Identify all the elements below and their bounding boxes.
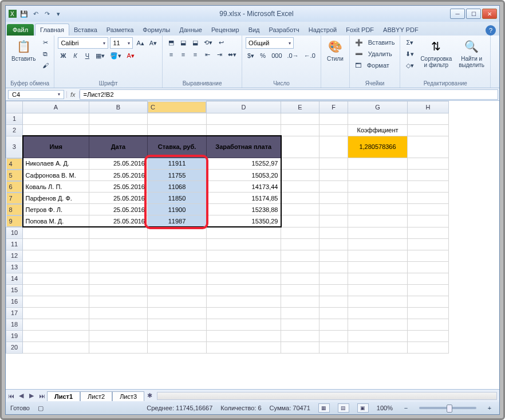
align-right-button[interactable]: ≡ [190,49,200,60]
cell[interactable] [408,136,449,158]
cell[interactable] [319,158,348,170]
tab-insert[interactable]: Вставка [69,24,102,36]
cell[interactable] [281,136,319,158]
increase-decimal-button[interactable]: .0→ [286,50,301,61]
cell[interactable] [89,227,148,238]
cell[interactable] [148,250,207,261]
cell[interactable] [348,307,408,319]
cell[interactable] [348,296,408,307]
cell[interactable] [348,170,408,181]
cell[interactable] [148,113,207,124]
tab-nav-next[interactable]: ▶ [26,392,37,399]
row-header-14[interactable]: 14 [6,273,23,284]
row-header-3[interactable]: 3 [6,136,23,158]
column-header-A[interactable]: A [23,101,89,113]
cell-pay[interactable]: 14173,44 [207,181,281,193]
cell[interactable] [207,330,281,342]
cell[interactable] [89,330,148,342]
cell[interactable] [207,296,281,307]
tab-abbyy[interactable]: ABBYY PDF [378,24,423,36]
align-bottom-button[interactable]: ⬓ [190,37,200,48]
cell[interactable] [89,273,148,284]
cell[interactable] [148,227,207,238]
cell-rate[interactable]: 11987 [148,215,207,227]
cell[interactable] [348,215,408,227]
row-header-17[interactable]: 17 [6,307,23,319]
cell-rate[interactable]: 11850 [148,193,207,204]
cell[interactable] [319,215,348,227]
cell[interactable] [89,261,148,273]
cell-name[interactable]: Парфенов Д. Ф. [23,193,89,204]
cell[interactable] [408,330,449,342]
zoom-out-button[interactable]: − [401,403,411,413]
row-header-6[interactable]: 6 [6,181,22,193]
sheet-tab-3[interactable]: Лист3 [112,391,144,401]
cell[interactable] [348,158,408,170]
cell[interactable] [281,261,319,273]
tab-addins[interactable]: Надстрой [304,24,341,36]
tab-review[interactable]: Рецензир [207,24,244,36]
cell[interactable] [207,238,281,250]
cell[interactable] [319,113,348,124]
file-tab[interactable]: Файл [7,24,34,36]
row-header-12[interactable]: 12 [6,250,23,261]
column-header-H[interactable]: H [408,101,449,113]
cell[interactable] [281,113,319,124]
cell[interactable] [408,215,449,227]
merge-button[interactable]: ⬌▾ [226,49,238,60]
cell[interactable] [408,158,449,170]
cut-button[interactable]: ✂ [40,37,50,48]
cell[interactable] [281,238,319,250]
cell[interactable] [89,307,148,319]
format-cells-button[interactable]: 🗔 [353,60,364,70]
cell[interactable] [408,170,449,181]
cell[interactable] [408,193,449,204]
cell[interactable] [207,250,281,261]
cell[interactable] [281,307,319,319]
cell[interactable] [23,296,89,307]
fill-button[interactable]: ⬇▾ [404,49,416,59]
cell-rate[interactable]: 11755 [148,170,207,181]
decrease-decimal-button[interactable]: ←.0 [302,50,317,61]
cell[interactable] [23,330,89,342]
cell[interactable] [348,113,408,124]
sheet-tab-2[interactable]: Лист2 [80,391,112,401]
cell-date[interactable]: 25.05.2016 [89,204,148,215]
row-header-15[interactable]: 15 [6,284,23,296]
cell[interactable] [148,319,207,330]
cell-pay[interactable]: 15174,85 [207,193,281,204]
table-header-pay[interactable]: Заработная плата [207,136,281,158]
cell[interactable] [319,181,348,193]
cell[interactable] [408,238,449,250]
cell[interactable] [23,307,89,319]
format-painter-button[interactable]: 🖌 [40,60,50,70]
cell[interactable] [281,215,319,227]
formula-input[interactable]: =Лист2!B2 [80,89,498,100]
cell[interactable] [408,319,449,330]
minimize-button[interactable]: ─ [450,9,465,19]
cell[interactable] [148,342,207,353]
cell[interactable] [281,193,319,204]
table-header-name[interactable]: Имя [23,136,89,158]
cell[interactable] [207,227,281,238]
cell[interactable] [207,284,281,296]
tab-nav-first[interactable]: ⏮ [6,392,16,399]
border-button[interactable]: ▦▾ [94,50,106,61]
new-sheet-button[interactable]: ✱ [144,392,155,399]
zoom-in-button[interactable]: + [484,403,495,413]
cell-date[interactable]: 25.05.2016 [89,158,148,170]
autosum-button[interactable]: Σ▾ [404,37,416,48]
cell[interactable] [89,250,148,261]
cell-rate[interactable]: 11900 [148,204,207,215]
align-left-button[interactable]: ≡ [166,49,176,60]
cell-date[interactable]: 25.05.2016 [89,170,148,181]
cell[interactable] [348,342,408,353]
font-size-select[interactable]: 11▾ [110,37,133,49]
row-header-11[interactable]: 11 [6,238,23,250]
cell[interactable] [348,250,408,261]
macro-record-icon[interactable]: ▢ [38,405,44,412]
cell[interactable] [319,238,348,250]
cell[interactable] [319,170,348,181]
column-header-B[interactable]: B [89,101,148,113]
cell[interactable] [23,342,89,353]
